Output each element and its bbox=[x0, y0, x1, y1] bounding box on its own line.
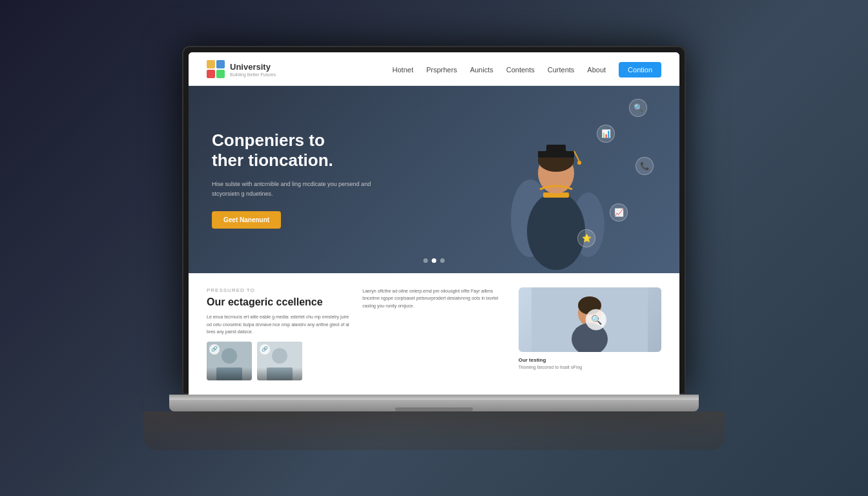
hero-title: Conpeniers to ther tioncation. bbox=[212, 130, 456, 170]
nav-link-aunicts[interactable]: Aunicts bbox=[470, 66, 493, 74]
nav-item-curtents[interactable]: Curtents bbox=[548, 63, 575, 75]
nav-item-cta[interactable]: Contion bbox=[619, 63, 661, 75]
nav-cta-button[interactable]: Contion bbox=[619, 62, 661, 78]
bottom-col-left: Pressured to Our ectageric ccellence Le … bbox=[207, 287, 349, 380]
svg-point-14 bbox=[272, 348, 287, 364]
thumb-icon-2: 🔗 bbox=[260, 344, 270, 355]
svg-line-8 bbox=[574, 151, 579, 161]
floating-icon-search: 🔍 bbox=[629, 99, 647, 117]
bottom-col2-text: Laeryn oflcthe ad oilne onlerp.emd pm oi… bbox=[362, 287, 505, 309]
logo-icon bbox=[207, 60, 225, 78]
hero-cta-button[interactable]: Geet Nanenunt bbox=[212, 211, 281, 229]
floating-icon-chart: 📊 bbox=[597, 125, 615, 143]
bottom-col-middle: Laeryn oflcthe ad oilne onlerp.emd pm oi… bbox=[362, 287, 505, 380]
hero-title-line1: Conpeniers to bbox=[212, 130, 325, 150]
side-image: 🔍 bbox=[519, 287, 661, 352]
thumb-card-2: 🔗 bbox=[257, 342, 302, 380]
svg-point-9 bbox=[577, 161, 581, 165]
navigation: University Building Better Futures Hotne… bbox=[189, 52, 679, 86]
thumb-cards: 🔗 🔗 bbox=[207, 342, 349, 380]
svg-point-11 bbox=[222, 348, 237, 364]
laptop-screen: University Building Better Futures Hotne… bbox=[182, 46, 686, 395]
floating-icon-graph: 📈 bbox=[610, 203, 628, 222]
logo-text-group: University Building Better Futures bbox=[230, 61, 276, 77]
floating-icon-phone: 📞 bbox=[636, 157, 654, 175]
nav-link-about[interactable]: About bbox=[587, 66, 606, 74]
nav-item-about[interactable]: About bbox=[587, 63, 606, 75]
nav-item-contents[interactable]: Contents bbox=[506, 63, 535, 75]
side-label: Our testing bbox=[519, 357, 661, 363]
browser-content: University Building Better Futures Hotne… bbox=[189, 52, 679, 395]
bottom-label: Pressured to bbox=[207, 287, 349, 293]
hero-section: Conpeniers to ther tioncation. Hise suls… bbox=[189, 86, 679, 273]
side-desc: Trioming farcorod to lrsalt oFing bbox=[519, 365, 661, 369]
thumb-card-1: 🔗 bbox=[207, 342, 252, 380]
bottom-col1-text: Le enua tecrnucis ert ailte eable g medi… bbox=[207, 313, 349, 335]
bottom-heading: Our ectageric ccellence bbox=[207, 296, 349, 308]
logo[interactable]: University Building Better Futures bbox=[207, 60, 276, 78]
svg-rect-7 bbox=[546, 145, 566, 154]
nav-item-hotnet[interactable]: Hotnet bbox=[393, 63, 413, 75]
floating-icon-star: ⭐ bbox=[577, 229, 595, 247]
laptop-base bbox=[169, 400, 699, 411]
thumb-icon-1: 🔗 bbox=[209, 344, 220, 355]
carousel-dots bbox=[424, 258, 445, 263]
nav-link-hotnet[interactable]: Hotnet bbox=[393, 66, 413, 74]
graduate-figure bbox=[491, 89, 621, 270]
hero-subtitle: Hise sulste with antcrnible and ling mcd… bbox=[212, 180, 393, 198]
svg-text:🔍: 🔍 bbox=[591, 315, 603, 326]
svg-point-2 bbox=[527, 192, 585, 270]
carousel-dot-3[interactable] bbox=[440, 258, 445, 263]
nav-item-prsprhers[interactable]: Prsprhers bbox=[426, 63, 457, 75]
carousel-dot-2[interactable] bbox=[432, 258, 437, 263]
hero-content: Conpeniers to ther tioncation. Hise suls… bbox=[212, 130, 456, 229]
hero-image-area: 🔍 📊 📞 📈 ⭐ bbox=[446, 86, 666, 273]
logo-subtitle: Building Better Futures bbox=[230, 72, 276, 77]
table-surface bbox=[143, 411, 725, 450]
nav-link-curtents[interactable]: Curtents bbox=[548, 66, 575, 74]
nav-link-contents[interactable]: Contents bbox=[506, 66, 535, 74]
svg-rect-15 bbox=[267, 367, 293, 380]
bottom-section: Pressured to Our ectageric ccellence Le … bbox=[189, 273, 679, 395]
carousel-dot-1[interactable] bbox=[424, 258, 428, 263]
nav-item-aunicts[interactable]: Aunicts bbox=[470, 63, 493, 75]
nav-links: Hotnet Prsprhers Aunicts Contents Curten… bbox=[393, 63, 661, 75]
laptop-hinge bbox=[169, 395, 699, 400]
logo-name: University bbox=[230, 62, 271, 72]
bottom-col-right: 🔍 Our testing Trioming farcorod to lrsal… bbox=[519, 287, 661, 380]
laptop-container: University Building Better Futures Hotne… bbox=[169, 46, 699, 450]
nav-link-prsprhers[interactable]: Prsprhers bbox=[426, 66, 457, 74]
svg-rect-12 bbox=[216, 367, 242, 380]
hero-title-line2: ther tioncation. bbox=[212, 150, 333, 170]
